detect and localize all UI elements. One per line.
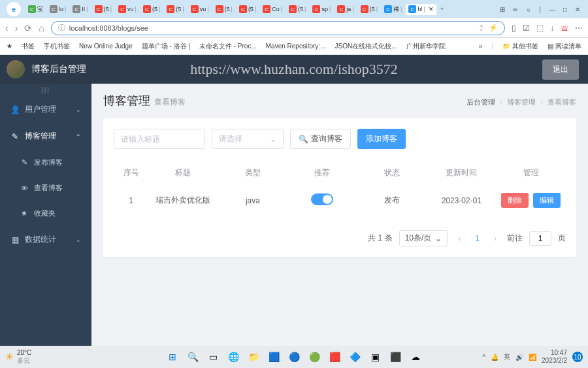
window-close-icon[interactable]: ✕ — [575, 6, 580, 13]
bookmarks-toggle-icon[interactable]: ★ — [7, 42, 12, 50]
app-header: 博客后台管理 https://www.huzhan.com/ishop3572 … — [0, 55, 588, 84]
page-prev-icon[interactable]: ‹ — [454, 234, 465, 243]
wechat-icon[interactable]: 🟢 — [306, 349, 322, 365]
bookmark-other[interactable]: 📁 其他书签 — [502, 42, 538, 51]
search-title-input[interactable] — [114, 129, 205, 149]
tab-favicon-icon: C — [239, 5, 247, 13]
browser-tab[interactable]: Cvu| — [116, 4, 139, 15]
ext-icon-1[interactable]: ▯ — [512, 24, 516, 33]
browser-tab[interactable]: CII| — [70, 4, 90, 15]
page-number[interactable]: 1 — [471, 234, 483, 243]
bookmark-item[interactable]: New Online Judge — [79, 42, 133, 51]
sidebar-item[interactable]: 👁查看博客 — [0, 175, 91, 201]
nav-reload-icon[interactable]: ⟳ — [24, 23, 32, 33]
search-button[interactable]: 🔍 查询博客 — [290, 129, 351, 149]
browser-tab[interactable]: Cvu| — [188, 4, 212, 15]
sidebar-item[interactable]: ✎博客管理⌃ — [0, 123, 91, 150]
tray-expand-icon[interactable]: ^ — [482, 354, 485, 361]
browser-tab[interactable]: C稀| — [382, 4, 404, 15]
window-minimize-icon[interactable]: — — [549, 6, 555, 13]
browser-tab[interactable]: C(5| — [92, 4, 114, 15]
browser-tab[interactable]: C(5| — [213, 4, 235, 15]
new-tab-button[interactable]: + — [438, 5, 446, 14]
weather-widget[interactable]: ☀ 20°C 多云 — [5, 349, 31, 365]
app-icon-3[interactable]: 🔷 — [347, 349, 363, 365]
bookmark-item[interactable]: 广州新华学院 — [406, 42, 446, 51]
sidebar: ||| 👤用户管理⌄✎博客管理⌃✎发布博客👁查看博客★收藏夹▦数据统计⌄ — [0, 84, 91, 368]
window-ext1-icon[interactable]: ⊞ — [500, 6, 505, 13]
recommend-toggle[interactable] — [311, 193, 333, 205]
window-maximize-icon[interactable]: □ — [563, 6, 567, 13]
browser-tab[interactable]: C(5| — [286, 4, 308, 15]
nav-forward-icon[interactable]: › — [15, 23, 18, 33]
edge-icon[interactable]: 🌐 — [225, 349, 241, 365]
bookmarks-overflow-icon[interactable]: » — [479, 42, 483, 50]
terminal-icon[interactable]: ⬛ — [387, 349, 403, 365]
taskview-icon[interactable]: ▭ — [205, 349, 221, 365]
table-header: 序号 — [114, 167, 148, 178]
bookmark-item[interactable]: 题单广场 - 洛谷 | — [142, 42, 190, 51]
browser-tab[interactable]: Cja| — [335, 4, 356, 15]
app-icon-5[interactable]: ☁ — [408, 349, 423, 365]
tab-close-icon[interactable]: ✕ — [429, 6, 434, 12]
page-next-icon[interactable]: › — [490, 234, 500, 243]
browser-tab[interactable]: Clo| — [47, 4, 69, 15]
tray-badge-icon[interactable]: 10 — [572, 352, 583, 362]
bookmark-reading[interactable]: ▤ 阅读清单 — [547, 42, 581, 51]
search-type-select[interactable]: 请选择 ⌄ — [212, 129, 284, 149]
app-icon-1[interactable]: 🟦 — [266, 349, 282, 365]
avatar[interactable] — [7, 60, 25, 78]
nav-home-icon[interactable]: ⌂ — [39, 23, 44, 33]
browser-tab[interactable]: C(5| — [140, 4, 163, 15]
sidebar-item[interactable]: ★收藏夹 — [0, 201, 91, 226]
browser-tab[interactable]: C(5| — [358, 4, 380, 15]
browser-tab[interactable]: Cbl|✕ — [406, 4, 436, 15]
menu-icon[interactable]: ⋯ — [575, 24, 583, 33]
delete-button[interactable]: 删除 — [501, 193, 529, 208]
tray-ime-icon[interactable]: 英 — [504, 352, 510, 361]
browser-tab[interactable]: CCo| — [260, 4, 285, 15]
url-input[interactable]: ⓘ localhost:8083/blogs/see ⤴ ⚡ — [51, 21, 505, 35]
page-size-select[interactable]: 10条/页 ⌄ — [399, 230, 448, 246]
bookmark-item[interactable]: 手机书签 — [44, 42, 70, 51]
start-icon[interactable]: ⊞ — [165, 349, 180, 365]
page-goto-input[interactable] — [529, 231, 551, 246]
notif-icon[interactable]: 🛎 — [561, 24, 568, 33]
app-icon-4[interactable]: ▣ — [367, 349, 383, 365]
tray-volume-icon[interactable]: 📶 — [529, 354, 536, 361]
tray-wifi-icon[interactable]: 🔊 — [515, 354, 523, 361]
window-ext3-icon[interactable]: ☼ — [525, 6, 531, 13]
sidebar-item[interactable]: 👤用户管理⌄ — [0, 96, 91, 123]
bookmark-item[interactable]: 书签 — [22, 42, 35, 51]
search-task-icon[interactable]: 🔍 — [185, 349, 201, 365]
tab-favicon-icon: C — [28, 5, 36, 13]
sidebar-item[interactable]: ✎发布博客 — [0, 150, 91, 175]
sidebar-item[interactable]: ▦数据统计⌄ — [0, 226, 91, 253]
browser-tab[interactable]: C(5| — [237, 4, 259, 15]
add-blog-button[interactable]: 添加博客 — [357, 129, 406, 149]
ext-icon-3[interactable]: ⬚ — [536, 24, 544, 33]
browser-tab[interactable]: C(5| — [164, 4, 186, 15]
browser-task-icon[interactable]: 🔵 — [286, 349, 302, 365]
nav-back-icon[interactable]: ‹ — [5, 23, 8, 33]
bookmark-item[interactable]: 未命名文件 - Proc... — [199, 42, 257, 51]
window-ext2-icon[interactable]: ∞ — [513, 6, 517, 13]
tray-notif-icon[interactable]: 🔔 — [491, 354, 498, 361]
flash-icon[interactable]: ⚡ — [489, 24, 498, 32]
edit-button[interactable]: 编辑 — [533, 193, 561, 208]
lock-icon: ⓘ — [58, 23, 65, 33]
bookmark-item[interactable]: Maven Repository:... — [266, 42, 326, 51]
share-icon[interactable]: ⤴ — [480, 24, 483, 32]
ext-icon-4[interactable]: ↓ — [550, 24, 554, 33]
logout-button[interactable]: 退出 — [542, 59, 579, 80]
browser-tab[interactable]: Csp| — [310, 4, 333, 15]
clock[interactable]: 10:47 2023/2/2 — [542, 349, 567, 365]
sidebar-collapse-icon[interactable]: ||| — [0, 84, 91, 96]
chevron-icon: ⌄ — [76, 107, 81, 113]
ext-icon-2[interactable]: ☑ — [523, 24, 530, 33]
explorer-icon[interactable]: 📁 — [246, 349, 261, 365]
table-header: 标题 — [148, 167, 218, 178]
app-icon-2[interactable]: 🟥 — [327, 349, 342, 365]
browser-tab[interactable]: C宝 — [25, 4, 46, 15]
bookmark-item[interactable]: JSON在线格式化校... — [335, 42, 397, 51]
